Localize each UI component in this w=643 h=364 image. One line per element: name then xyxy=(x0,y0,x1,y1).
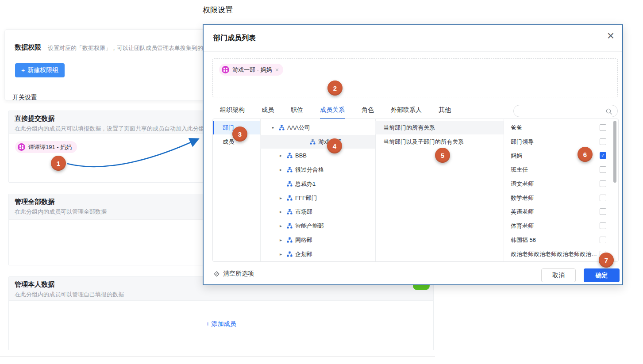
tree-row[interactable]: ▸ BBB xyxy=(260,149,375,162)
tab-external-contacts[interactable]: 外部联系人 xyxy=(391,106,422,118)
checklist-row[interactable]: 体育老师 xyxy=(504,219,619,233)
checklist-row[interactable]: 韩国福 56 xyxy=(504,233,619,247)
department-icon xyxy=(287,153,293,158)
tag-remove-icon[interactable]: × xyxy=(275,66,279,73)
caret-down-icon[interactable]: ▾ xyxy=(272,125,279,130)
confirm-button[interactable]: 确定 xyxy=(584,268,620,282)
caret-right-icon[interactable]: ▸ xyxy=(280,153,287,158)
manage-own-title: 管理本人数据 xyxy=(15,280,54,289)
tree-row[interactable]: ▸ 企划部 xyxy=(260,247,375,261)
bottom-divider xyxy=(0,356,435,357)
search-input[interactable] xyxy=(513,105,618,117)
caret-right-icon[interactable]: ▸ xyxy=(280,195,287,200)
member-tag-label: 谭谭谭191 - 妈妈 xyxy=(28,143,72,151)
tab-member-relations[interactable]: 成员关系 xyxy=(320,106,345,118)
caret-right-icon[interactable]: ▸ xyxy=(280,252,287,257)
annotation-badge-5: 5 xyxy=(435,148,450,163)
selected-tag[interactable]: 游戏一部 - 妈妈 × xyxy=(219,64,283,76)
close-icon[interactable]: × xyxy=(607,30,614,42)
checklist-row[interactable]: 爸爸 xyxy=(504,121,619,134)
switch-settings-heading: 开关设置 xyxy=(12,94,37,102)
tree-row[interactable]: ▸ FFF部门 xyxy=(260,191,375,205)
tab-other[interactable]: 其他 xyxy=(439,106,451,118)
tree-row[interactable]: ▸ 很过分合格 xyxy=(260,163,375,176)
relation-scope-label: 当前部门的所有关系 xyxy=(383,124,435,132)
screen: 权限设置 数据权限 设置对应的「数据权限」，可以让团队成员管理表单搜集到的数据 … xyxy=(0,0,643,364)
member-relation-icon xyxy=(222,66,229,73)
data-permission-title: 数据权限 xyxy=(15,43,41,52)
annotation-badge-6: 6 xyxy=(578,147,593,162)
checkbox[interactable] xyxy=(600,237,606,243)
tab-org-structure[interactable]: 组织架构 xyxy=(220,106,245,118)
checklist-row[interactable]: 部门领导 xyxy=(504,135,619,149)
checklist-row[interactable]: 妈妈✓ xyxy=(504,149,619,162)
tree-row[interactable]: ▾ AAA公司 xyxy=(260,121,375,134)
tree-node-label: FFF部门 xyxy=(295,194,317,202)
department-icon xyxy=(310,139,316,145)
tab-positions[interactable]: 职位 xyxy=(291,106,303,118)
checklist-label: 爸爸 xyxy=(511,124,600,132)
checklist-label: 英语老师 xyxy=(511,208,600,216)
member-tag[interactable]: 谭谭谭191 - 妈妈 xyxy=(15,141,77,153)
tree-node-label: 市场部 xyxy=(295,208,312,216)
tree-row[interactable]: ▸ 智能产能部 xyxy=(260,219,375,233)
department-icon xyxy=(287,237,293,243)
checkbox-checked[interactable]: ✓ xyxy=(600,152,606,159)
clear-selection-button[interactable]: 清空所选项 xyxy=(213,270,254,278)
direct-submit-title: 直接提交数据 xyxy=(15,115,54,123)
department-icon xyxy=(287,195,293,201)
data-permission-subtitle: 设置对应的「数据权限」，可以让团队成员管理表单搜集到的数据 xyxy=(48,44,215,52)
relation-checklist: 爸爸 部门领导 妈妈✓ 班主任 语文老师 数学老师 英语老师 体育老师 韩国福 … xyxy=(504,119,619,261)
caret-right-icon[interactable]: ▸ xyxy=(280,223,287,228)
tree-node-label: 网络部 xyxy=(295,236,312,244)
page-title: 权限设置 xyxy=(203,5,233,15)
plus-icon: + xyxy=(21,67,25,74)
tree-row[interactable]: ▸ 市场部 xyxy=(260,205,375,218)
dialog-title: 部门成员列表 xyxy=(213,34,256,43)
add-member-button[interactable]: + 添加成员 xyxy=(9,320,433,328)
top-divider xyxy=(0,21,643,21)
caret-right-icon[interactable]: ▸ xyxy=(280,167,287,172)
tree-row[interactable]: ▸ 网络部 xyxy=(260,233,375,247)
manage-all-title: 管理全部数据 xyxy=(15,198,54,206)
checkbox[interactable] xyxy=(600,124,606,131)
department-icon xyxy=(287,167,293,172)
tree-row[interactable]: 总裁办1 xyxy=(260,177,375,191)
department-icon xyxy=(287,251,293,257)
checkbox[interactable] xyxy=(600,195,606,201)
cancel-button[interactable]: 取消 xyxy=(541,268,576,282)
checklist-row[interactable]: 班主任 xyxy=(504,163,619,176)
checklist-label: 韩国福 56 xyxy=(511,236,600,244)
checklist-label: 部门领导 xyxy=(511,138,600,146)
tree-node-label: 智能产能部 xyxy=(295,222,324,230)
annotation-badge-4: 4 xyxy=(327,138,342,153)
dialog-tabs: 组织架构 成员 职位 成员关系 角色 外部联系人 其他 xyxy=(220,106,451,118)
relation-scope-current-and-sub[interactable]: 当前部门以及子部门的所有关系 xyxy=(375,135,504,149)
checkbox[interactable] xyxy=(600,222,606,229)
selected-items-area[interactable]: 游戏一部 - 妈妈 × xyxy=(212,58,618,97)
checklist-row[interactable]: 语文老师 xyxy=(504,177,619,191)
tab-roles[interactable]: 角色 xyxy=(362,106,374,118)
search-icon xyxy=(605,107,613,115)
clear-selection-label: 清空所选项 xyxy=(223,270,254,278)
new-permission-group-button[interactable]: + 新建权限组 xyxy=(15,63,65,77)
checklist-row[interactable]: 数学老师 xyxy=(504,191,619,205)
add-member-label: 添加成员 xyxy=(212,320,236,327)
manage-all-subtitle: 在此分组内的成员可以管理全部数据 xyxy=(15,208,107,216)
checklist-label: 班主任 xyxy=(511,166,600,174)
checkbox[interactable] xyxy=(600,208,606,215)
relation-scope-list: 当前部门的所有关系 当前部门以及子部门的所有关系 xyxy=(375,119,504,261)
tree-node-label: BBB xyxy=(295,152,307,159)
tab-members[interactable]: 成员 xyxy=(262,106,274,118)
relation-scope-current[interactable]: 当前部门的所有关系 xyxy=(375,121,504,134)
tree-row-selected[interactable]: 游戏一部 xyxy=(260,135,375,149)
checkbox[interactable] xyxy=(600,180,606,187)
caret-right-icon[interactable]: ▸ xyxy=(280,209,287,214)
caret-right-icon[interactable]: ▸ xyxy=(280,238,287,242)
checklist-row[interactable]: 英语老师 xyxy=(504,205,619,218)
scrollbar[interactable] xyxy=(613,121,616,183)
checkbox[interactable] xyxy=(600,138,606,145)
checkbox[interactable] xyxy=(600,166,606,173)
member-relation-icon xyxy=(18,143,25,151)
annotation-badge-7: 7 xyxy=(599,253,614,268)
